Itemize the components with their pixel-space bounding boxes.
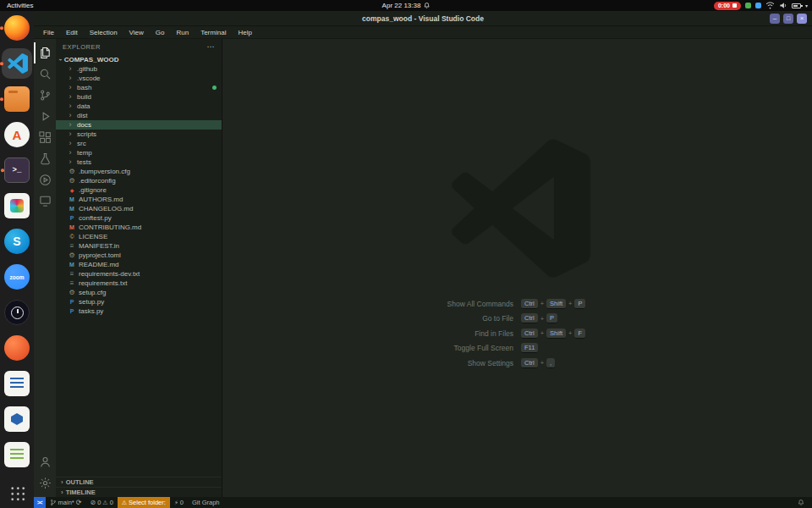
dock-item-libreoffice-calc[interactable] — [4, 442, 30, 467]
branch-item[interactable]: main* — [46, 497, 86, 508]
tree-item[interactable]: M CHANGELOG.md — [56, 204, 222, 213]
remote-explorer-icon[interactable] — [34, 190, 56, 212]
tree-item[interactable]: › data — [56, 102, 222, 111]
keybinding-chip: Ctrl — [521, 313, 538, 323]
menu-item[interactable]: Go — [150, 29, 171, 36]
keybinding-chip: Shift — [546, 329, 566, 339]
explorer-icon[interactable] — [34, 42, 56, 64]
tree-item[interactable]: › bash — [56, 83, 222, 92]
counter-item[interactable]: 0 — [170, 497, 188, 508]
tree-item[interactable]: M README.md — [56, 260, 222, 269]
sidebar-section[interactable]: OUTLINE — [56, 477, 222, 487]
chevron-right-icon: › — [66, 75, 74, 82]
menu-item[interactable]: Run — [170, 29, 195, 36]
tree-item[interactable]: P conftest.py — [56, 213, 222, 223]
more-actions-icon[interactable] — [207, 42, 216, 51]
extensions-icon[interactable] — [34, 127, 56, 148]
running-indicator — [0, 26, 3, 30]
markdown-icon: M — [68, 262, 76, 268]
tree-item[interactable]: ≡ requirements-dev.txt — [56, 269, 222, 279]
menu-bar: File Edit Selection View Go Run Terminal… — [34, 26, 812, 39]
sidebar-section[interactable]: TIMELINE — [56, 487, 222, 497]
tree-item[interactable]: P tasks.py — [56, 306, 222, 316]
dock-item-vscode[interactable] — [4, 51, 30, 76]
volume-icon[interactable] — [779, 2, 787, 9]
tray-indicator-blue-icon[interactable] — [755, 3, 761, 8]
tree-item[interactable]: ⚙ pyproject.toml — [56, 251, 222, 260]
wifi-icon[interactable] — [765, 2, 775, 9]
tree-item[interactable]: ⚙ .bumpversion.cfg — [56, 167, 222, 176]
warning-count: 0 — [110, 499, 113, 506]
tree-item[interactable]: ≡ requirements.txt — [56, 279, 222, 288]
editor-area[interactable]: Show All CommandsCtrl+Shift+PGo to FileC… — [222, 39, 812, 497]
keybinding-chip: Shift — [546, 299, 566, 309]
run-debug-icon[interactable] — [34, 106, 56, 127]
search-icon[interactable] — [34, 64, 56, 85]
activities-button[interactable]: Activities — [7, 2, 34, 9]
text-icon: ≡ — [68, 280, 76, 287]
tree-item[interactable]: › .vscode — [56, 74, 222, 83]
dock-item-zoom[interactable]: zoom — [4, 264, 30, 290]
menu-item[interactable]: Edit — [60, 29, 84, 36]
menu-item[interactable]: Selection — [84, 29, 123, 36]
tree-item[interactable]: P setup.py — [56, 297, 222, 306]
testing-icon[interactable] — [34, 148, 56, 169]
play-circle-icon[interactable] — [34, 169, 56, 190]
minimize-button[interactable] — [770, 14, 780, 24]
tree-item[interactable]: M AUTHORS.md — [56, 195, 222, 204]
close-button[interactable] — [797, 14, 807, 24]
tray-indicator-green-icon[interactable] — [745, 3, 751, 8]
clock[interactable]: Apr 22 13:38 — [382, 0, 431, 11]
dock-item-terminal[interactable]: >_ — [4, 157, 30, 183]
account-icon[interactable] — [34, 451, 56, 472]
show-applications-button[interactable] — [8, 484, 25, 501]
keybinding-chip: F11 — [521, 343, 538, 353]
select-folder-badge[interactable]: Select folder: — [118, 497, 170, 508]
problems-item[interactable]: 0 0 — [85, 497, 117, 508]
title-bar[interactable]: compas_wood - Visual Studio Code — [34, 11, 812, 26]
dock-item-clock-utility[interactable] — [4, 300, 30, 325]
git-graph-button[interactable]: Git Graph — [188, 497, 224, 508]
shortcut-row: Toggle Full ScreenF11 — [370, 341, 665, 356]
dock-item-skype[interactable]: S — [4, 229, 30, 254]
plus-separator: + — [568, 329, 572, 337]
settings-icon[interactable] — [34, 472, 56, 494]
tree-item[interactable]: › dist — [56, 111, 222, 120]
tree-item[interactable]: © LICENSE — [56, 232, 222, 241]
tree-item[interactable]: › docs — [56, 120, 222, 130]
recording-indicator[interactable]: 0:00 — [714, 2, 741, 10]
dock-item-files[interactable] — [4, 86, 30, 112]
menu-item[interactable]: Help — [232, 29, 257, 36]
menu-item[interactable]: File — [37, 29, 60, 36]
dock-item-slack[interactable] — [4, 193, 30, 218]
source-control-icon[interactable] — [34, 85, 56, 106]
remote-indicator[interactable] — [34, 497, 46, 508]
maximize-button[interactable] — [783, 14, 793, 24]
tree-item[interactable]: › .github — [56, 64, 222, 74]
tree-item[interactable]: › tests — [56, 157, 222, 167]
tree-item[interactable]: M CONTRIBUTING.md — [56, 223, 222, 232]
tree-item[interactable]: ⚙ setup.cfg — [56, 288, 222, 297]
tree-root-compas-wood[interactable]: COMPAS_WOOD — [56, 54, 222, 64]
dock-item-firefox[interactable] — [4, 15, 30, 41]
chevron-right-icon: › — [66, 140, 74, 147]
tree-item[interactable]: › temp — [56, 148, 222, 157]
battery-icon[interactable] — [792, 3, 801, 8]
tree-item[interactable]: ⚙ .editorconfig — [56, 176, 222, 185]
tray-chevron-icon[interactable]: ▾ — [805, 3, 808, 8]
tree-item[interactable]: › build — [56, 92, 222, 102]
dock-item-orange-app[interactable] — [4, 335, 30, 361]
tree-item-label: temp — [77, 149, 92, 157]
tree-item-label: setup.py — [79, 298, 104, 306]
python-icon: P — [68, 215, 76, 221]
dock-item-libreoffice-writer[interactable] — [4, 371, 30, 396]
notifications-button[interactable] — [793, 497, 809, 508]
menu-item[interactable]: View — [123, 29, 150, 36]
menu-item[interactable]: Terminal — [195, 29, 232, 36]
tree-item[interactable]: › src — [56, 139, 222, 148]
dock-item-ubuntu-software[interactable]: A — [4, 122, 30, 147]
tree-item[interactable]: ◆ .gitignore — [56, 185, 222, 195]
tree-item[interactable]: ≡ MANIFEST.in — [56, 241, 222, 251]
dock-item-virtualbox[interactable] — [4, 406, 30, 432]
tree-item[interactable]: › scripts — [56, 130, 222, 139]
